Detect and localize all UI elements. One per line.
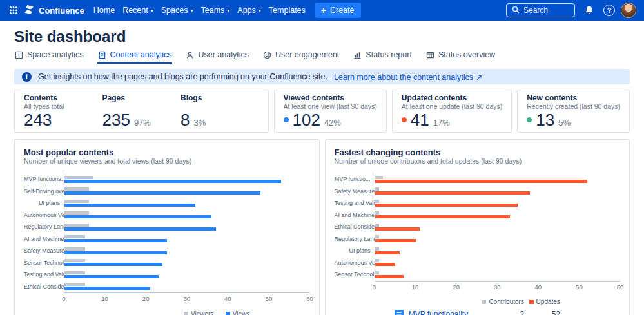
chart-bar-contributors[interactable] — [375, 259, 379, 262]
chart-bar-viewers[interactable] — [64, 283, 85, 286]
chart-row: AI and Machine L — [24, 233, 310, 245]
chart-category-label: Safety Measures — [24, 245, 64, 257]
chart-category-label: AI and Machine L — [335, 209, 375, 222]
chart-bar-updates[interactable] — [375, 275, 404, 278]
table-icon — [426, 51, 434, 59]
chart-bar-contributors[interactable] — [375, 200, 379, 203]
charts-row: Most popular contents Number of unique v… — [14, 139, 630, 315]
stat-sublabel: Recently created (last 90 days) — [527, 102, 620, 110]
axis-tick-label: 30 — [494, 283, 501, 291]
document-icon — [98, 51, 106, 59]
legend-label: Updates — [536, 298, 560, 305]
chart-bar-updates[interactable] — [375, 204, 518, 207]
chart-bar-viewers[interactable] — [64, 271, 85, 274]
tab-content-analytics[interactable]: Content analytics — [97, 48, 173, 64]
chart-bars — [64, 281, 310, 293]
chart-bar-contributors[interactable] — [375, 271, 379, 274]
chart-bar-views[interactable] — [64, 287, 150, 290]
chart-bars — [375, 186, 621, 198]
chart-row: MVP functiona... — [24, 173, 310, 186]
chart-bar-updates[interactable] — [375, 239, 416, 242]
nav-item-label: Home — [93, 6, 115, 15]
stat-percent: 5% — [558, 118, 571, 128]
nav-item-label: Teams — [200, 6, 224, 15]
chart-bar-viewers[interactable] — [64, 200, 89, 203]
create-button[interactable]: + Create — [315, 3, 361, 18]
chart-bars — [375, 197, 621, 209]
chart-bar-updates[interactable] — [375, 215, 510, 218]
chart-bar-updates[interactable] — [375, 180, 588, 183]
axis-tick-label: 10 — [412, 283, 419, 291]
smiley-icon — [263, 51, 271, 59]
chart-bar-contributors[interactable] — [375, 224, 379, 227]
nav-item-spaces[interactable]: Spaces ▾ — [157, 0, 197, 21]
chart-bar-viewers[interactable] — [64, 176, 93, 179]
tab-label: Status report — [366, 50, 412, 59]
notifications-icon[interactable] — [581, 2, 598, 19]
chart-bar-contributors[interactable] — [375, 235, 379, 238]
tab-user-engagement[interactable]: User engagement — [262, 48, 340, 64]
tab-user-analytics[interactable]: User analytics — [185, 48, 249, 64]
search-input[interactable] — [523, 6, 570, 15]
plus-icon: + — [321, 6, 326, 15]
chart-bar-viewers[interactable] — [64, 247, 85, 251]
chart-bar-updates[interactable] — [375, 191, 531, 195]
nav-item-teams[interactable]: Teams ▾ — [197, 0, 233, 21]
avatar[interactable] — [621, 3, 636, 18]
chart-row: Testing and Valid — [335, 197, 621, 209]
chart-bar-contributors[interactable] — [375, 187, 379, 191]
chart-bars — [64, 197, 310, 209]
tab-space-analytics[interactable]: Space analytics — [14, 48, 84, 64]
chart-bar-contributors[interactable] — [375, 176, 384, 179]
chart-axis-line — [64, 292, 310, 293]
app-switcher-icon[interactable] — [5, 2, 22, 19]
chart-bar-updates[interactable] — [375, 251, 400, 254]
chart-title: Most popular contents — [24, 148, 310, 157]
stats-row: Contents All types total 243 Pages 235 9… — [14, 90, 630, 133]
nav-item-label: Recent — [122, 6, 148, 15]
chart-bar-contributors[interactable] — [375, 211, 379, 215]
chart-bar-viewers[interactable] — [64, 187, 89, 191]
stat-label: Contents — [24, 94, 102, 102]
chart-bar-views[interactable] — [64, 191, 260, 195]
chart-bar-viewers[interactable] — [64, 259, 85, 262]
chart-bar-views[interactable] — [64, 275, 159, 278]
chart-bar-views[interactable] — [64, 263, 162, 266]
chart-bar-contributors[interactable] — [375, 247, 379, 251]
chevron-down-icon: ▾ — [190, 8, 193, 14]
chart-bar-views[interactable] — [64, 239, 167, 242]
tab-status-report[interactable]: Status report — [353, 48, 413, 64]
chart-bar-viewers[interactable] — [64, 235, 85, 238]
chart-bar-views[interactable] — [64, 215, 211, 218]
chart-bar-updates[interactable] — [375, 263, 396, 266]
confluence-brand[interactable]: Confluence — [22, 4, 90, 17]
chart-bar-views[interactable] — [64, 251, 167, 254]
tab-status-overview[interactable]: Status overview — [425, 48, 496, 64]
chart-bar-views[interactable] — [64, 227, 216, 231]
chart-bar-viewers[interactable] — [64, 224, 89, 227]
search-box[interactable] — [506, 3, 575, 17]
top-nav: Confluence Home Recent ▾ Spaces ▾ Teams … — [0, 0, 644, 21]
nav-item-apps[interactable]: Apps ▾ — [233, 0, 265, 21]
chart-bar-viewers[interactable] — [64, 211, 89, 215]
chart-bar-updates[interactable] — [375, 227, 420, 231]
help-icon[interactable]: ? — [603, 5, 615, 16]
content-link[interactable]: MVP functionality — [409, 310, 488, 315]
chart-category-label: Sensor Technolo — [24, 257, 64, 269]
chart-plot: MVP functiona...Self-Driving oveUI plans… — [24, 173, 310, 292]
stat-label: Blogs — [181, 94, 259, 102]
learn-more-link[interactable]: Learn more about the content analytics ↗ — [334, 72, 482, 82]
chart-bar-views[interactable] — [64, 180, 281, 183]
table-column-header: Updates — [524, 298, 560, 305]
stat-sublabel: All types total — [24, 102, 102, 110]
stat-sublabel — [181, 102, 259, 110]
nav-item-recent[interactable]: Recent ▾ — [119, 0, 157, 21]
chart-bar-views[interactable] — [64, 204, 195, 207]
nav-item-home[interactable]: Home — [90, 0, 119, 21]
nav-item-templates[interactable]: Templates — [265, 0, 309, 21]
chart-row: Autonomous Vehi — [24, 209, 310, 222]
tab-label: User engagement — [275, 50, 339, 59]
chart-bars — [64, 233, 310, 245]
chart-category-label: AI and Machine L — [24, 233, 64, 245]
chart-category-label: UI plans — [335, 245, 375, 257]
